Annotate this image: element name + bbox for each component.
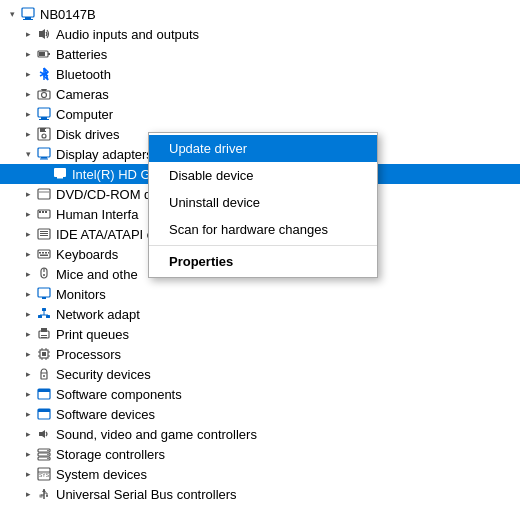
svg-marker-85 [42, 489, 46, 492]
svg-rect-1 [25, 17, 31, 19]
computer-icon [36, 106, 52, 122]
expander-computer[interactable] [20, 106, 36, 122]
svg-marker-13 [41, 89, 47, 91]
expander-displayadapters[interactable] [20, 146, 36, 162]
tree-label-diskdrives: Disk drives [56, 127, 120, 142]
svg-point-20 [42, 134, 46, 138]
expander-dvd[interactable] [20, 186, 36, 202]
tree-item-cameras[interactable]: Cameras [0, 84, 520, 104]
svg-rect-27 [38, 189, 50, 199]
tree-item-systemdev[interactable]: SYSSystem devices [0, 464, 520, 484]
expander-systemdev[interactable] [20, 466, 36, 482]
svg-rect-22 [41, 157, 47, 159]
menu-separator [149, 245, 377, 246]
svg-marker-74 [39, 430, 45, 438]
svg-rect-6 [39, 52, 45, 56]
expander-mice[interactable] [20, 266, 36, 282]
tree-item-bluetooth[interactable]: Bluetooth [0, 64, 520, 84]
tree-item-processors[interactable]: Processors [0, 344, 520, 364]
expander-keyboards[interactable] [20, 246, 36, 262]
expander-nb0147b[interactable] [4, 6, 20, 22]
menu-item-disable-device[interactable]: Disable device [149, 162, 377, 189]
menu-item-uninstall-device[interactable]: Uninstall device [149, 189, 377, 216]
tree-label-sound: Sound, video and game controllers [56, 427, 257, 442]
expander-intelgraphics[interactable] [36, 166, 52, 182]
svg-point-79 [47, 454, 49, 456]
keyboard-icon [36, 246, 52, 262]
expander-humaninterface[interactable] [20, 206, 36, 222]
tree-item-usb[interactable]: Universal Serial Bus controllers [0, 484, 520, 504]
tree-label-ide: IDE ATA/ATAPI c [56, 227, 153, 242]
tree-item-batteries[interactable]: Batteries [0, 44, 520, 64]
svg-rect-90 [40, 495, 42, 497]
svg-rect-40 [45, 252, 47, 254]
tree-label-cameras: Cameras [56, 87, 109, 102]
svg-point-88 [46, 495, 48, 497]
tree-label-audio: Audio inputs and outputs [56, 27, 199, 42]
expander-softwarecomp[interactable] [20, 386, 36, 402]
expander-bluetooth[interactable] [20, 66, 36, 82]
monitor-icon [36, 286, 52, 302]
svg-rect-73 [38, 409, 50, 412]
svg-rect-34 [40, 231, 48, 232]
svg-rect-39 [42, 252, 44, 254]
svg-rect-55 [41, 328, 47, 332]
expander-cameras[interactable] [20, 86, 36, 102]
tree-item-monitors[interactable]: Monitors [0, 284, 520, 304]
expander-printqueues[interactable] [20, 326, 36, 342]
expander-network[interactable] [20, 306, 36, 322]
svg-rect-26 [57, 177, 63, 179]
tree-label-displayadapters: Display adapters [56, 147, 153, 162]
bluetooth-icon [36, 66, 52, 82]
svg-rect-37 [38, 250, 50, 258]
tree-item-softwarecomp[interactable]: Software components [0, 384, 520, 404]
expander-monitors[interactable] [20, 286, 36, 302]
tree-item-security[interactable]: Security devices [0, 364, 520, 384]
tree-label-monitors: Monitors [56, 287, 106, 302]
svg-rect-35 [40, 233, 48, 234]
expander-audio[interactable] [20, 26, 36, 42]
expander-processors[interactable] [20, 346, 36, 362]
expander-storage[interactable] [20, 446, 36, 462]
expander-sound[interactable] [20, 426, 36, 442]
tree-item-nb0147b[interactable]: NB0147B [0, 4, 520, 24]
menu-item-properties[interactable]: Properties [149, 248, 377, 275]
expander-softwaredev[interactable] [20, 406, 36, 422]
tree-item-audio[interactable]: Audio inputs and outputs [0, 24, 520, 44]
svg-rect-2 [23, 19, 33, 20]
expander-ide[interactable] [20, 226, 36, 242]
svg-marker-3 [39, 29, 45, 39]
sound-icon [36, 426, 52, 442]
tree-label-processors: Processors [56, 347, 121, 362]
svg-text:HD: HD [56, 170, 65, 176]
expander-usb[interactable] [20, 486, 36, 502]
tree-label-nb0147b: NB0147B [40, 7, 96, 22]
tree-label-humaninterface: Human Interfa [56, 207, 138, 222]
tree-item-computer[interactable]: Computer [0, 104, 520, 124]
svg-rect-15 [41, 117, 47, 119]
tree-item-softwaredev[interactable]: Software devices [0, 404, 520, 424]
software-icon [36, 386, 52, 402]
software-icon [36, 406, 52, 422]
tree-label-keyboards: Keyboards [56, 247, 118, 262]
svg-rect-36 [40, 235, 48, 236]
system-icon: SYS [36, 466, 52, 482]
tree-item-network[interactable]: Network adapt [0, 304, 520, 324]
tree-item-sound[interactable]: Sound, video and game controllers [0, 424, 520, 444]
tree-item-storage[interactable]: Storage controllers [0, 444, 520, 464]
expander-batteries[interactable] [20, 46, 36, 62]
expander-diskdrives[interactable] [20, 126, 36, 142]
svg-rect-5 [48, 53, 50, 55]
svg-point-69 [43, 375, 45, 377]
menu-item-scan-hardware[interactable]: Scan for hardware changes [149, 216, 377, 243]
proc-icon [36, 346, 52, 362]
menu-item-update-driver[interactable]: Update driver [149, 135, 377, 162]
tree-item-printqueues[interactable]: Print queues [0, 324, 520, 344]
intel-icon: HD [52, 166, 68, 182]
tree-label-softwarecomp: Software components [56, 387, 182, 402]
svg-rect-16 [39, 119, 49, 120]
usb-icon [36, 486, 52, 502]
svg-rect-56 [41, 335, 47, 336]
tree-label-mice: Mice and othe [56, 267, 138, 282]
expander-security[interactable] [20, 366, 36, 382]
